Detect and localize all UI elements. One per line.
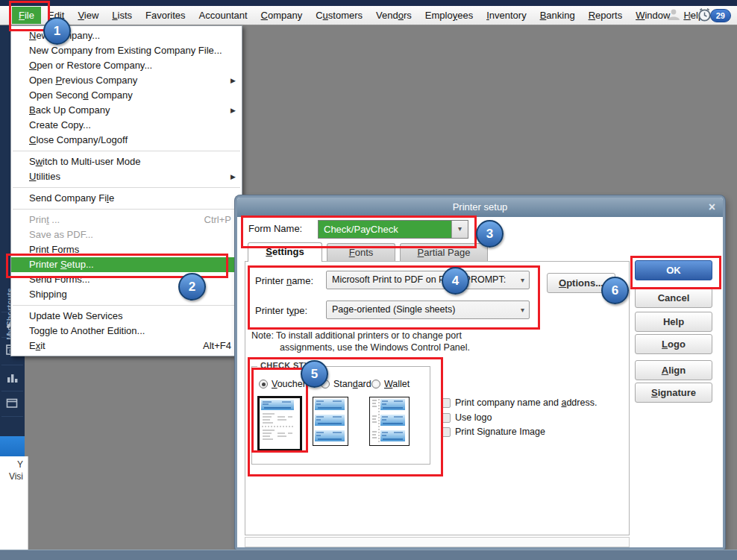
- menu-lists[interactable]: Lists: [105, 7, 139, 24]
- dropdown-arrow-icon[interactable]: ▾: [451, 221, 468, 238]
- voucher-check-preview[interactable]: [257, 396, 302, 451]
- app-window: File Edit View Lists Favorites Accountan…: [0, 0, 737, 560]
- menu-item-open-previous[interactable]: Open Previous Company▶: [11, 73, 242, 88]
- cancel-button[interactable]: Cancel: [635, 288, 712, 308]
- menu-item-label: Open Second Company: [29, 89, 133, 101]
- checkbox-use-logo[interactable]: Use logo: [441, 412, 492, 423]
- menu-item-label: Open or Restore Company...: [29, 60, 152, 71]
- printer-type-select[interactable]: Page-oriented (Single sheets) ▾: [326, 301, 530, 319]
- callout-badge-1: 1: [43, 17, 71, 45]
- radio-label: Voucher: [272, 379, 306, 389]
- menu-item-label: Exit: [29, 340, 46, 351]
- menu-inventory[interactable]: Inventory: [480, 7, 533, 24]
- checkbox-box[interactable]: [441, 398, 451, 408]
- menu-separator: [13, 209, 240, 210]
- menu-company[interactable]: Company: [254, 7, 310, 24]
- menu-item-utilities[interactable]: Utilities▶: [11, 169, 242, 184]
- menu-item-shipping[interactable]: Shipping: [11, 287, 242, 302]
- radio-standard[interactable]: Standard: [321, 379, 371, 389]
- menu-item-label: Print Forms: [29, 244, 79, 255]
- sidebar-blue-block[interactable]: [0, 436, 25, 456]
- menu-bar: File Edit View Lists Favorites Accountan…: [0, 6, 737, 25]
- dialog-bottom-strip: [245, 537, 630, 547]
- close-icon[interactable]: ×: [709, 198, 715, 216]
- radio-voucher[interactable]: Voucher: [259, 379, 306, 389]
- dropdown-arrow-icon: ▾: [521, 271, 524, 289]
- menu-accountant[interactable]: Accountant: [192, 7, 254, 24]
- menu-employees[interactable]: Employees: [418, 7, 480, 24]
- menu-item-new-company-from-existing[interactable]: New Company from Existing Company File..…: [11, 43, 242, 58]
- printer-type-label: Printer type:: [255, 305, 307, 316]
- dialog-title: Printer setup: [453, 201, 508, 213]
- menu-item-label: Create Copy...: [29, 119, 91, 130]
- menu-item-send-forms[interactable]: Send Forms...: [11, 272, 242, 287]
- checkbox-box[interactable]: [441, 427, 451, 437]
- sidebar-divider: [1, 391, 23, 391]
- sidebar-divider: [1, 365, 23, 365]
- file-menu-dropdown: New Company... New Company from Existing…: [10, 25, 242, 356]
- printer-name-label: Printer name:: [255, 275, 313, 286]
- menu-item-switch-multiuser[interactable]: Switch to Multi-user Mode: [11, 154, 242, 169]
- radio-wallet[interactable]: Wallet: [371, 379, 410, 389]
- bar-chart-icon[interactable]: [4, 370, 20, 386]
- logo-button[interactable]: Logo: [635, 334, 712, 354]
- chevron-down-icon[interactable]: ▾: [686, 12, 694, 19]
- menu-item-label: Switch to Multi-user Mode: [29, 156, 141, 167]
- help-button[interactable]: Help: [635, 312, 712, 332]
- dropdown-arrow-icon: ▾: [521, 301, 524, 318]
- menu-item-close-company[interactable]: Close Company/Logoff: [11, 133, 242, 148]
- reminder-count-badge[interactable]: 29: [710, 9, 731, 22]
- wallet-check-preview[interactable]: [369, 397, 410, 446]
- radio-label: Standard: [333, 379, 371, 389]
- menu-vendors[interactable]: Vendors: [369, 7, 418, 24]
- tab-settings[interactable]: Settings: [248, 242, 322, 262]
- checkbox-box[interactable]: [441, 413, 451, 423]
- window-bottom-bar: [0, 550, 737, 560]
- signature-button[interactable]: Signature: [635, 383, 712, 403]
- menu-reports[interactable]: Reports: [582, 7, 630, 24]
- menu-favorites[interactable]: Favorites: [139, 7, 192, 24]
- menu-view[interactable]: View: [71, 7, 105, 24]
- menu-item-label: Close Company/Logoff: [29, 134, 128, 145]
- menu-item-printer-setup[interactable]: Printer Setup...: [11, 257, 242, 272]
- submenu-arrow-icon: ▶: [230, 73, 236, 88]
- radio-dot[interactable]: [371, 380, 380, 388]
- standard-check-preview[interactable]: [313, 397, 348, 446]
- tab-fonts[interactable]: Fonts: [327, 243, 395, 261]
- form-name-select[interactable]: Check/PayCheck ▾: [318, 220, 468, 239]
- callout-badge-6: 6: [601, 277, 629, 304]
- menu-shortcut: Ctrl+P: [204, 213, 231, 227]
- window-icon[interactable]: [4, 396, 20, 412]
- menu-item-back-up-company[interactable]: Back Up Company▶: [11, 103, 242, 118]
- menu-item-label: Printer Setup...: [29, 259, 94, 270]
- printer-name-select[interactable]: Microsoft Print to PDF on PORTPROMPT: ▾: [326, 271, 530, 289]
- menu-item-open-second[interactable]: Open Second Company: [11, 88, 242, 103]
- menu-item-update-web-services[interactable]: Update Web Services: [11, 309, 242, 324]
- tab-partial-page[interactable]: Partial Page: [400, 243, 488, 261]
- checkbox-print-signature[interactable]: Print Signature Image: [441, 427, 545, 437]
- window-top-strip: [0, 0, 737, 6]
- menu-banking[interactable]: Banking: [533, 7, 582, 24]
- panel-text-fragment: Visi: [0, 471, 23, 482]
- menu-item-label: New Company from Existing Company File..…: [29, 45, 222, 56]
- ok-button[interactable]: OK: [635, 260, 712, 280]
- menu-customers[interactable]: Customers: [309, 7, 369, 24]
- menu-item-print-forms[interactable]: Print Forms: [11, 242, 242, 257]
- menu-item-create-copy[interactable]: Create Copy...: [11, 118, 242, 133]
- radio-dot[interactable]: [259, 380, 268, 388]
- menu-item-label: Print ...: [29, 214, 60, 225]
- menu-item-open-or-restore[interactable]: Open or Restore Company...: [11, 58, 242, 73]
- menu-item-label: Utilities: [29, 171, 60, 182]
- callout-badge-4: 4: [442, 267, 469, 295]
- user-icon[interactable]: [665, 8, 683, 23]
- menu-item-exit[interactable]: ExitAlt+F4: [11, 339, 242, 353]
- align-button[interactable]: Align: [635, 360, 712, 380]
- menu-item-toggle-edition[interactable]: Toggle to Another Edition...: [11, 324, 242, 339]
- menu-item-send-company-file[interactable]: Send Company File: [11, 191, 242, 206]
- menu-item-label: Toggle to Another Edition...: [29, 325, 145, 336]
- dialog-titlebar[interactable]: Printer setup ×: [237, 198, 723, 217]
- printer-type-value: Page-oriented (Single sheets): [332, 304, 455, 315]
- callout-badge-3: 3: [476, 220, 504, 248]
- checkbox-print-company-name[interactable]: Print company name and address.: [441, 397, 597, 408]
- menu-file[interactable]: File: [12, 7, 41, 24]
